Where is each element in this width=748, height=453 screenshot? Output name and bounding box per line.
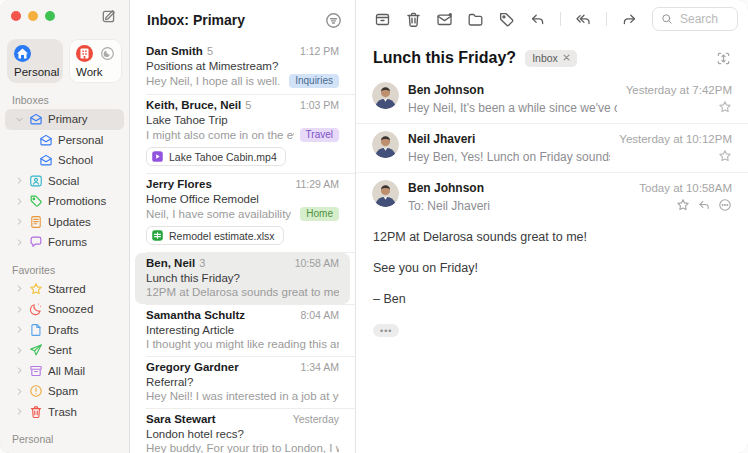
archive-icon[interactable]: [374, 11, 391, 28]
reply-icon[interactable]: [529, 11, 546, 28]
label-chip-home: Home: [300, 207, 339, 221]
message-sender: Ben Johnson: [408, 180, 630, 195]
message-collapsed[interactable]: Ben JohnsonHey Neil, It's been a while s…: [356, 75, 748, 124]
attachment-chip[interactable]: Lake Tahoe Cabin.mp4: [146, 147, 286, 166]
sidebar-item-school[interactable]: School: [5, 150, 124, 171]
expand-thread-icon[interactable]: [716, 51, 731, 66]
label-chip-inquiries: Inquiries: [289, 74, 339, 88]
list-item-lake-tahoe-trip[interactable]: Keith, Bruce, Neil51:03 PMLake Tahoe Tri…: [135, 95, 350, 173]
close-button[interactable]: [11, 11, 21, 21]
tag-icon[interactable]: [498, 11, 515, 28]
sidebar-item-starred[interactable]: Starred: [5, 279, 124, 300]
chevron-right-icon[interactable]: [15, 197, 24, 206]
sidebar-item-label: Updates: [48, 216, 118, 228]
trash-icon[interactable]: [405, 11, 422, 28]
email-list: Dan Smith51:12 PMPositions at Mimestream…: [130, 36, 355, 453]
chevron-right-icon[interactable]: [15, 407, 24, 416]
forward-icon[interactable]: [621, 11, 638, 28]
list-item-home-office-remodel[interactable]: Jerry Flores11:29 AMHome Office RemodelN…: [135, 174, 350, 252]
list-item-referral[interactable]: Gregory Gardner1:34 AMReferral?Hey Neil!…: [135, 357, 350, 408]
sidebar-item-spam[interactable]: Spam: [5, 381, 124, 402]
email-subject: Lake Tahoe Trip: [146, 114, 339, 126]
label-chip-travel: Travel: [300, 128, 339, 142]
email-subject: Lunch this Friday?: [146, 272, 339, 284]
sidebar-item-primary[interactable]: Primary: [5, 109, 124, 130]
list-item-positions-at-mimestream[interactable]: Dan Smith51:12 PMPositions at Mimestream…: [135, 41, 350, 94]
sidebar-item-label: Sent: [48, 344, 118, 356]
sidebar-folders: InboxesPrimaryPersonalSchoolSocialPromot…: [0, 94, 129, 453]
snooze-moon-icon: [100, 46, 115, 61]
reply-all-icon[interactable]: [575, 11, 592, 28]
folder-icon[interactable]: [467, 11, 484, 28]
file-sheet-icon: [151, 229, 164, 242]
file-video-icon: [151, 150, 164, 163]
list-item-lunch-this-friday[interactable]: Ben, Neil310:58 AMLunch this Friday?12PM…: [135, 253, 350, 304]
chevron-right-icon[interactable]: [15, 217, 24, 226]
account-tab-label: Personal: [14, 66, 57, 78]
star-icon[interactable]: [676, 198, 690, 212]
body-paragraph: 12PM at Delarosa sounds great to me!: [373, 229, 731, 246]
message-preview: Hey Ben, Yes! Lunch on Friday sounds gre…: [408, 150, 610, 164]
archive-box-icon: [29, 364, 43, 378]
message-collapsed[interactable]: Neil JhaveriHey Ben, Yes! Lunch on Frida…: [356, 124, 748, 173]
account-building-icon: [76, 45, 93, 62]
remove-label-icon[interactable]: [563, 54, 570, 61]
sidebar-item-all-mail[interactable]: All Mail: [5, 361, 124, 382]
message-expanded: Ben JohnsonTo: Neil JhaveriToday at 10:5…: [356, 173, 748, 221]
sidebar-item-trash[interactable]: Trash: [5, 402, 124, 423]
sidebar-item-forums[interactable]: Forums: [5, 232, 124, 253]
chevron-right-icon[interactable]: [15, 238, 24, 247]
chevron-right-icon[interactable]: [15, 346, 24, 355]
list-item-london-hotel-recs[interactable]: Sara StewartYesterdayLondon hotel recs?H…: [135, 409, 350, 453]
reading-pane: Lunch this Friday? Inbox Ben JohnsonHey …: [356, 0, 748, 453]
thread-label-chip[interactable]: Inbox: [525, 50, 577, 67]
reply-icon[interactable]: [697, 198, 711, 212]
chevron-right-icon[interactable]: [15, 325, 24, 334]
email-subject: London hotel recs?: [146, 428, 339, 440]
chevron-right-icon[interactable]: [15, 284, 24, 293]
chevron-right-icon[interactable]: [15, 176, 24, 185]
chevron-right-icon[interactable]: [15, 305, 24, 314]
sidebar-item-label: Drafts: [48, 324, 118, 336]
sidebar-item-label: Trash: [48, 406, 118, 418]
more-options-icon[interactable]: [718, 198, 732, 212]
section-title-inboxes: Inboxes: [12, 94, 129, 106]
email-time: 1:12 PM: [300, 45, 339, 57]
moon-icon: [29, 302, 43, 316]
list-item-interesting-article[interactable]: Samantha Schultz8:04 AMInteresting Artic…: [135, 305, 350, 356]
search-input[interactable]: [678, 11, 729, 27]
section-title-personal: Personal: [12, 433, 129, 445]
sidebar-item-updates[interactable]: Updates: [5, 212, 124, 233]
chat-icon: [29, 235, 43, 249]
zoom-button[interactable]: [45, 11, 55, 21]
sidebar-item-social[interactable]: Social: [5, 171, 124, 192]
sidebar-item-promotions[interactable]: Promotions: [5, 191, 124, 212]
envelope-icon: [29, 112, 43, 126]
star-icon[interactable]: [718, 149, 732, 163]
account-home-icon: [14, 45, 31, 62]
sidebar-item-drafts[interactable]: Drafts: [5, 320, 124, 341]
quoted-text-toggle[interactable]: •••: [373, 324, 399, 337]
envelope-icon: [39, 153, 53, 167]
avatar: [372, 180, 399, 207]
sidebar-item-label: Primary: [48, 113, 118, 125]
email-time: 8:04 AM: [300, 309, 339, 321]
sidebar-item-sent[interactable]: Sent: [5, 340, 124, 361]
sidebar-item-snoozed[interactable]: Snoozed: [5, 299, 124, 320]
email-preview: Hey Neil! I was interested in a job at y…: [146, 390, 339, 402]
mark-unread-icon[interactable]: [436, 11, 453, 28]
sidebar-item-personal[interactable]: Personal: [5, 130, 124, 151]
filter-icon[interactable]: [325, 12, 342, 29]
sidebar-item-awaiting[interactable]: Awaiting: [5, 448, 124, 453]
chevron-down-icon[interactable]: [15, 115, 24, 124]
account-tab-work[interactable]: Work: [69, 39, 122, 83]
thread-header: Lunch this Friday? Inbox: [356, 36, 748, 75]
message-date: Yesterday at 10:12PM: [619, 131, 732, 145]
attachment-chip[interactable]: Remodel estimate.xlsx: [146, 226, 284, 245]
minimize-button[interactable]: [28, 11, 38, 21]
chevron-right-icon[interactable]: [15, 366, 24, 375]
chevron-right-icon[interactable]: [15, 387, 24, 396]
account-tab-personal[interactable]: Personal: [7, 39, 63, 83]
compose-icon[interactable]: [101, 8, 117, 24]
star-icon[interactable]: [718, 100, 732, 114]
